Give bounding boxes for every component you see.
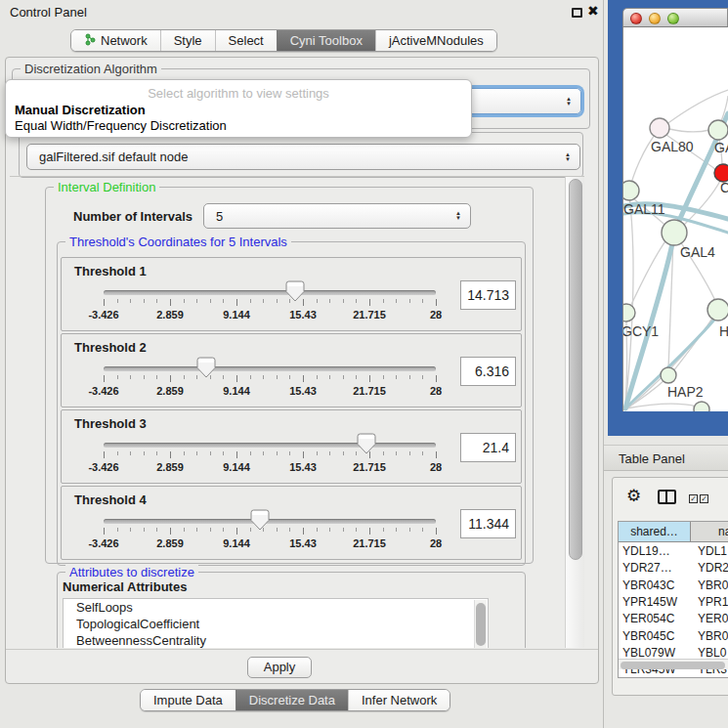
cell-shared-name: YDL19… <box>622 543 670 560</box>
slider-tick <box>236 451 237 458</box>
slider-tick <box>409 451 410 455</box>
column-header-name[interactable]: na <box>691 522 728 542</box>
attribute-item[interactable]: TopologicalCoefficient <box>64 616 488 632</box>
slider-tick <box>369 299 370 306</box>
slider-handle[interactable] <box>250 509 270 531</box>
network-node[interactable] <box>694 402 709 411</box>
columns-icon[interactable] <box>658 490 676 504</box>
slider-tick <box>130 528 131 532</box>
slider-handle[interactable] <box>196 357 216 378</box>
network-edge <box>629 238 667 309</box>
network-node[interactable] <box>662 220 687 245</box>
threshold-row: Threshold 4 -3.4262.8599.14415.4321.7152… <box>61 486 522 560</box>
tab-impute-data[interactable]: Impute Data <box>141 690 236 710</box>
table-panel-titlebar: Table Panel <box>604 445 728 471</box>
slider-tick-label: 15.43 <box>289 385 317 397</box>
tab-label: Impute Data <box>153 693 223 707</box>
tab-style[interactable]: Style <box>160 30 215 51</box>
cell-shared-name: YDR27… <box>622 560 672 577</box>
gear-icon[interactable]: ⚙ <box>626 486 641 506</box>
checkbox-icon[interactable]: ✓ <box>700 494 708 503</box>
table-data-combo[interactable]: galFiltered.sif default node ▲▼ <box>26 144 580 170</box>
tab-jactivemnodules[interactable]: jActiveMNodules <box>375 30 496 51</box>
dropdown-option-manual[interactable]: Manual Discretization <box>15 103 146 117</box>
cell-shared-name: YPR145W <box>622 594 677 611</box>
threshold-slider[interactable]: -3.4262.8599.14415.4321.71528 <box>62 487 521 559</box>
network-node[interactable] <box>623 304 635 321</box>
table-row[interactable]: YDR27…YDR2 <box>619 560 728 577</box>
slider-tick <box>436 451 437 458</box>
network-window-titlebar[interactable] <box>622 8 728 27</box>
slider-tick <box>303 451 304 458</box>
network-node[interactable] <box>661 367 676 383</box>
float-window-icon[interactable] <box>572 8 582 18</box>
threshold-slider[interactable]: -3.4262.8599.14415.4321.71528 <box>62 258 521 330</box>
slider-tick-label: 21.715 <box>353 537 386 549</box>
scrollbar-thumb[interactable] <box>476 603 486 646</box>
network-node[interactable] <box>708 120 728 140</box>
cell-shared-name: YER054C <box>622 611 674 627</box>
slider-tick <box>263 375 264 379</box>
slider-handle[interactable] <box>285 280 305 302</box>
attributes-scrollbar[interactable] <box>474 600 487 648</box>
network-node[interactable] <box>650 118 669 138</box>
traffic-light-red-icon[interactable] <box>630 13 642 24</box>
numerical-attributes-list[interactable]: SelfLoopsTopologicalCoefficientBetweenne… <box>63 598 489 648</box>
threshold-value-field[interactable]: 21.4 <box>460 433 516 462</box>
dropdown-prompt: Select algorithm to view settings <box>6 86 471 101</box>
settings-scrollbar[interactable] <box>565 177 584 648</box>
network-node[interactable] <box>707 299 728 321</box>
table-row[interactable]: YER054CYER0 <box>619 611 728 627</box>
attribute-item[interactable]: BetweennessCentrality <box>64 632 488 648</box>
num-intervals-combo[interactable]: 5 ▲▼ <box>203 203 471 229</box>
slider-track[interactable] <box>104 519 436 524</box>
table-row[interactable]: YBR043CYBR0 <box>619 578 728 594</box>
table-hscrollbar[interactable] <box>619 659 728 669</box>
slider-track[interactable] <box>104 366 436 371</box>
traffic-light-green-icon[interactable] <box>667 13 679 24</box>
slider-tick <box>329 299 330 303</box>
table-row[interactable]: YDL19…YDL1 <box>619 543 728 560</box>
threshold-slider[interactable]: -3.4262.8599.14415.4321.71528 <box>62 410 521 483</box>
threshold-value-field[interactable]: 14.713 <box>460 280 516 310</box>
attribute-item[interactable]: SelfLoops <box>64 599 488 616</box>
slider-tick <box>369 375 370 382</box>
screenshot-root: Control Panel ✖ Network Style Se <box>0 0 728 728</box>
slider-tick <box>236 528 237 535</box>
slider-track[interactable] <box>104 443 436 448</box>
slider-handle[interactable] <box>357 433 376 454</box>
slider-tick <box>184 299 185 303</box>
traffic-light-yellow-icon[interactable] <box>649 13 661 24</box>
tab-infer-network[interactable]: Infer Network <box>348 690 450 710</box>
slider-tick <box>277 299 278 303</box>
group-title: Discretization Algorithm <box>21 62 161 76</box>
column-header-shared-name[interactable]: shared… <box>619 522 691 542</box>
network-canvas[interactable]: GAL80GACGAL11GAL4GCY1HHAP2 <box>622 27 728 411</box>
network-node[interactable] <box>623 181 639 200</box>
slider-tick <box>170 451 171 458</box>
slider-tick-label: 21.715 <box>353 385 386 397</box>
slider-tick <box>144 375 145 379</box>
slider-tick <box>383 299 384 303</box>
tab-select[interactable]: Select <box>215 30 277 51</box>
slider-tick <box>277 451 278 455</box>
scrollbar-thumb[interactable] <box>569 179 582 560</box>
dropdown-option-equal-width[interactable]: Equal Width/Frequency Discretization <box>15 118 227 133</box>
apply-button[interactable]: Apply <box>247 657 312 678</box>
tab-cyni-toolbox[interactable]: Cyni Toolbox <box>277 30 375 51</box>
slider-tick-label: 9.144 <box>223 385 250 397</box>
table-row[interactable]: YBR045CYBR0 <box>619 628 728 645</box>
slider-tick <box>356 375 357 379</box>
tab-discretize-data[interactable]: Discretize Data <box>236 690 348 710</box>
threshold-slider[interactable]: -3.4262.8599.14415.4321.71528 <box>62 334 521 407</box>
threshold-value-field[interactable]: 6.316 <box>460 357 516 386</box>
scrollbar-thumb[interactable] <box>621 662 725 669</box>
slider-tick <box>422 528 423 532</box>
checkbox-icon[interactable]: ✓ <box>689 494 698 503</box>
slider-tick <box>196 299 197 303</box>
threshold-value-field[interactable]: 11.344 <box>460 509 516 538</box>
table-row[interactable]: YPR145WYPR1 <box>619 594 728 611</box>
tab-network[interactable]: Network <box>71 30 160 51</box>
close-icon[interactable]: ✖ <box>587 3 599 19</box>
slider-track[interactable] <box>104 290 436 295</box>
